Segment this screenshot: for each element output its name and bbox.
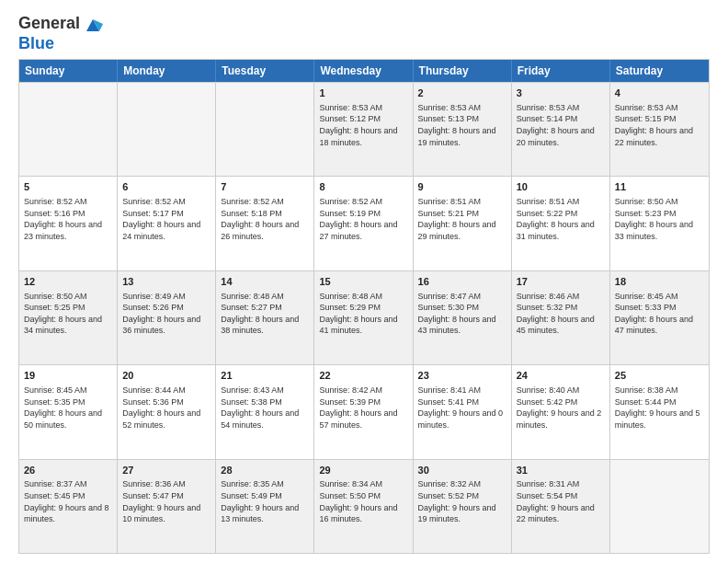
day-number: 27: [122, 464, 210, 477]
day-number: 17: [517, 275, 605, 289]
calendar-cell: [610, 460, 709, 553]
cell-info: Sunrise: 8:51 AMSunset: 5:21 PMDaylight:…: [418, 196, 506, 242]
cell-info: Sunrise: 8:45 AMSunset: 5:33 PMDaylight:…: [615, 291, 704, 337]
calendar-cell: [19, 83, 118, 176]
calendar-cell: 19 Sunrise: 8:45 AMSunset: 5:35 PMDaylig…: [19, 365, 118, 458]
cell-info: Sunrise: 8:46 AMSunset: 5:32 PMDaylight:…: [517, 291, 605, 337]
calendar-cell: 10 Sunrise: 8:51 AMSunset: 5:22 PMDaylig…: [512, 177, 610, 270]
calendar-cell: 1 Sunrise: 8:53 AMSunset: 5:12 PMDayligh…: [314, 83, 413, 176]
calendar-body: 1 Sunrise: 8:53 AMSunset: 5:12 PMDayligh…: [19, 82, 709, 553]
weekday-header: Monday: [118, 60, 216, 82]
calendar-cell: 30 Sunrise: 8:32 AMSunset: 5:52 PMDaylig…: [414, 460, 512, 553]
cell-info: Sunrise: 8:52 AMSunset: 5:16 PMDaylight:…: [24, 196, 112, 242]
weekday-header: Saturday: [610, 60, 709, 82]
day-number: 9: [418, 180, 506, 194]
day-number: 19: [24, 369, 112, 383]
calendar: SundayMondayTuesdayWednesdayThursdayFrid…: [18, 59, 710, 554]
cell-info: Sunrise: 8:35 AMSunset: 5:49 PMDaylight:…: [221, 478, 309, 524]
day-number: 18: [615, 275, 704, 289]
cell-info: Sunrise: 8:53 AMSunset: 5:14 PMDaylight:…: [517, 102, 605, 148]
calendar-cell: 27 Sunrise: 8:36 AMSunset: 5:47 PMDaylig…: [118, 460, 216, 553]
day-number: 30: [418, 464, 506, 477]
day-number: 26: [24, 464, 112, 477]
calendar-cell: 7 Sunrise: 8:52 AMSunset: 5:18 PMDayligh…: [216, 177, 314, 270]
cell-info: Sunrise: 8:50 AMSunset: 5:23 PMDaylight:…: [615, 196, 704, 242]
calendar-cell: 6 Sunrise: 8:52 AMSunset: 5:17 PMDayligh…: [118, 177, 216, 270]
logo-text: General Blue: [18, 15, 103, 52]
calendar-row: 26 Sunrise: 8:37 AMSunset: 5:45 PMDaylig…: [19, 459, 709, 553]
day-number: 28: [221, 464, 309, 477]
cell-info: Sunrise: 8:32 AMSunset: 5:52 PMDaylight:…: [418, 478, 506, 524]
day-number: 7: [221, 180, 309, 194]
logo-blue: Blue: [18, 35, 103, 52]
calendar-cell: 9 Sunrise: 8:51 AMSunset: 5:21 PMDayligh…: [414, 177, 512, 270]
cell-info: Sunrise: 8:37 AMSunset: 5:45 PMDaylight:…: [24, 478, 112, 524]
day-number: 6: [122, 180, 210, 194]
calendar-row: 12 Sunrise: 8:50 AMSunset: 5:25 PMDaylig…: [19, 270, 709, 364]
cell-info: Sunrise: 8:52 AMSunset: 5:17 PMDaylight:…: [122, 196, 210, 242]
calendar-cell: 26 Sunrise: 8:37 AMSunset: 5:45 PMDaylig…: [19, 460, 118, 553]
cell-info: Sunrise: 8:51 AMSunset: 5:22 PMDaylight:…: [517, 196, 605, 242]
calendar-page: General Blue SundayMondayTuesdayWednesda…: [0, 0, 728, 563]
calendar-cell: 28 Sunrise: 8:35 AMSunset: 5:49 PMDaylig…: [216, 460, 314, 553]
weekday-header: Sunday: [19, 60, 118, 82]
cell-info: Sunrise: 8:44 AMSunset: 5:36 PMDaylight:…: [122, 385, 210, 431]
calendar-cell: 20 Sunrise: 8:44 AMSunset: 5:36 PMDaylig…: [118, 365, 216, 458]
weekday-header: Tuesday: [216, 60, 314, 82]
cell-info: Sunrise: 8:41 AMSunset: 5:41 PMDaylight:…: [418, 385, 506, 431]
cell-info: Sunrise: 8:45 AMSunset: 5:35 PMDaylight:…: [24, 385, 112, 431]
day-number: 15: [319, 275, 407, 289]
cell-info: Sunrise: 8:53 AMSunset: 5:15 PMDaylight:…: [615, 102, 704, 148]
day-number: 12: [24, 275, 112, 289]
day-number: 3: [517, 86, 605, 100]
day-number: 24: [517, 369, 605, 383]
calendar-cell: 5 Sunrise: 8:52 AMSunset: 5:16 PMDayligh…: [19, 177, 118, 270]
cell-info: Sunrise: 8:48 AMSunset: 5:27 PMDaylight:…: [221, 291, 309, 337]
calendar-cell: 22 Sunrise: 8:42 AMSunset: 5:39 PMDaylig…: [314, 365, 413, 458]
day-number: 2: [418, 86, 506, 100]
day-number: 5: [24, 180, 112, 194]
day-number: 29: [319, 464, 407, 477]
calendar-cell: 11 Sunrise: 8:50 AMSunset: 5:23 PMDaylig…: [610, 177, 709, 270]
page-header: General Blue: [18, 15, 710, 52]
calendar-cell: 2 Sunrise: 8:53 AMSunset: 5:13 PMDayligh…: [414, 83, 512, 176]
calendar-cell: 13 Sunrise: 8:49 AMSunset: 5:26 PMDaylig…: [118, 271, 216, 364]
weekday-header: Friday: [512, 60, 610, 82]
day-number: 14: [221, 275, 309, 289]
cell-info: Sunrise: 8:38 AMSunset: 5:44 PMDaylight:…: [615, 385, 704, 431]
calendar-cell: 18 Sunrise: 8:45 AMSunset: 5:33 PMDaylig…: [610, 271, 709, 364]
day-number: 13: [122, 275, 210, 289]
day-number: 23: [418, 369, 506, 383]
cell-info: Sunrise: 8:49 AMSunset: 5:26 PMDaylight:…: [122, 291, 210, 337]
cell-info: Sunrise: 8:40 AMSunset: 5:42 PMDaylight:…: [517, 385, 605, 431]
calendar-cell: 31 Sunrise: 8:31 AMSunset: 5:54 PMDaylig…: [512, 460, 610, 553]
calendar-cell: [118, 83, 216, 176]
calendar-cell: 8 Sunrise: 8:52 AMSunset: 5:19 PMDayligh…: [314, 177, 413, 270]
weekday-header: Wednesday: [314, 60, 413, 82]
day-number: 25: [615, 369, 704, 383]
calendar-cell: 12 Sunrise: 8:50 AMSunset: 5:25 PMDaylig…: [19, 271, 118, 364]
calendar-cell: 24 Sunrise: 8:40 AMSunset: 5:42 PMDaylig…: [512, 365, 610, 458]
calendar-cell: 3 Sunrise: 8:53 AMSunset: 5:14 PMDayligh…: [512, 83, 610, 176]
calendar-cell: 16 Sunrise: 8:47 AMSunset: 5:30 PMDaylig…: [414, 271, 512, 364]
day-number: 1: [319, 86, 407, 100]
calendar-cell: [216, 83, 314, 176]
calendar-cell: 14 Sunrise: 8:48 AMSunset: 5:27 PMDaylig…: [216, 271, 314, 364]
cell-info: Sunrise: 8:42 AMSunset: 5:39 PMDaylight:…: [319, 385, 407, 431]
day-number: 8: [319, 180, 407, 194]
calendar-cell: 29 Sunrise: 8:34 AMSunset: 5:50 PMDaylig…: [314, 460, 413, 553]
cell-info: Sunrise: 8:34 AMSunset: 5:50 PMDaylight:…: [319, 478, 407, 524]
day-number: 16: [418, 275, 506, 289]
cell-info: Sunrise: 8:47 AMSunset: 5:30 PMDaylight:…: [418, 291, 506, 337]
calendar-cell: 15 Sunrise: 8:48 AMSunset: 5:29 PMDaylig…: [314, 271, 413, 364]
calendar-cell: 17 Sunrise: 8:46 AMSunset: 5:32 PMDaylig…: [512, 271, 610, 364]
day-number: 20: [122, 369, 210, 383]
cell-info: Sunrise: 8:52 AMSunset: 5:18 PMDaylight:…: [221, 196, 309, 242]
day-number: 31: [517, 464, 605, 477]
cell-info: Sunrise: 8:43 AMSunset: 5:38 PMDaylight:…: [221, 385, 309, 431]
cell-info: Sunrise: 8:31 AMSunset: 5:54 PMDaylight:…: [517, 478, 605, 524]
day-number: 10: [517, 180, 605, 194]
cell-info: Sunrise: 8:53 AMSunset: 5:13 PMDaylight:…: [418, 102, 506, 148]
day-number: 22: [319, 369, 407, 383]
cell-info: Sunrise: 8:50 AMSunset: 5:25 PMDaylight:…: [24, 291, 112, 337]
